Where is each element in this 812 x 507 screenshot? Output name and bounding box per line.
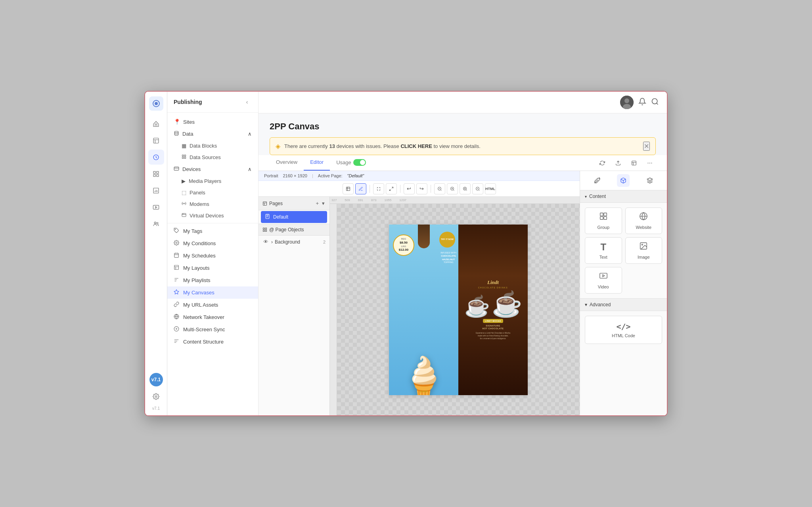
- content-item-video[interactable]: Video: [585, 267, 622, 294]
- sidebar-item-my-playlists[interactable]: My Playlists: [167, 274, 258, 286]
- transform-button[interactable]: [373, 183, 384, 194]
- sidebar-group-devices[interactable]: Devices ∧: [167, 163, 258, 175]
- html-code-icon: </>: [616, 322, 630, 331]
- sidebar-item-my-layouts[interactable]: My Layouts: [167, 262, 258, 274]
- svg-point-44: [463, 187, 466, 190]
- sidebar-item-data-sources[interactable]: Data Sources: [167, 152, 258, 163]
- sidebar-item-media-players[interactable]: ▶ Media Players: [167, 175, 258, 187]
- objects-panel-header: @ Page Objects: [259, 224, 329, 236]
- select-tool-button[interactable]: [343, 183, 354, 194]
- canvas-toolbar-center: ↩ ↪: [343, 183, 496, 194]
- html-view-button[interactable]: HTML: [485, 183, 496, 194]
- content-item-group[interactable]: Group: [585, 207, 622, 234]
- sidebar-collapse-button[interactable]: ‹: [242, 97, 252, 107]
- modems-icon: [182, 201, 186, 207]
- sidebar-item-my-schedules[interactable]: My Schedules: [167, 250, 258, 262]
- user-avatar-topbar[interactable]: [620, 96, 634, 109]
- svg-point-31: [652, 98, 657, 104]
- content-item-html-code[interactable]: </> HTML Code: [585, 316, 662, 344]
- canvas-scroll-area[interactable]: REG $8.50 LRG $12.00 TRY IT NOW: [337, 204, 580, 415]
- sidebar-item-my-canvases[interactable]: My Canvases: [167, 286, 258, 299]
- layers-button[interactable]: [643, 174, 656, 187]
- content-item-text[interactable]: T Text: [585, 237, 622, 264]
- sidebar-item-modems[interactable]: Modems: [167, 198, 258, 210]
- canvas-area-wrapper: REG $8.50 LRG $12.00 TRY IT NOW: [330, 204, 580, 415]
- zoom-reset-button[interactable]: [472, 183, 483, 194]
- alert-link[interactable]: CLICK HERE: [400, 143, 432, 149]
- sidebar-item-my-conditions[interactable]: My Conditions: [167, 237, 258, 250]
- notification-icon[interactable]: [638, 98, 646, 108]
- sidebar-item-virtual-devices[interactable]: Virtual Devices: [167, 210, 258, 221]
- zoom-fit-button[interactable]: [460, 183, 471, 194]
- multi-screen-sync-icon: [174, 326, 180, 333]
- sidebar-navigation: 📍 Sites Data ∧ ▦ Data Blocks: [167, 113, 258, 415]
- sidebar-title: Publishing: [174, 99, 202, 105]
- cube-button[interactable]: [617, 174, 630, 187]
- svg-point-22: [176, 242, 177, 244]
- nav-settings[interactable]: [148, 389, 164, 404]
- nav-canvas[interactable]: [148, 133, 164, 148]
- tab-editor[interactable]: Editor: [304, 155, 330, 171]
- sidebar-sub-label: Modems: [190, 201, 209, 207]
- sidebar-item-my-tags[interactable]: My Tags: [167, 225, 258, 237]
- panels-icon: ⬚: [182, 190, 186, 196]
- icon-bar: v7.1 v7.1: [145, 92, 167, 415]
- more-options-button[interactable]: ···: [644, 157, 656, 169]
- svg-rect-6: [153, 174, 155, 176]
- advanced-section-header[interactable]: ▾ Advanced: [580, 298, 667, 311]
- usage-toggle[interactable]: [353, 159, 366, 166]
- expand-icon: ›: [271, 239, 273, 245]
- alert-close-button[interactable]: ✕: [643, 142, 650, 151]
- content-item-website[interactable]: Website: [625, 207, 663, 234]
- object-row-background[interactable]: 👁 › Background 2: [259, 236, 329, 248]
- sidebar-item-label: Sites: [183, 119, 195, 125]
- sidebar-item-my-url-assets[interactable]: My URL Assets: [167, 299, 258, 311]
- user-avatar-sidebar[interactable]: v7.1: [149, 373, 163, 386]
- sidebar-item-network-takeover[interactable]: Network Takeover: [167, 311, 258, 323]
- svg-rect-4: [153, 171, 155, 173]
- top-bar: [259, 92, 667, 113]
- html-code-label: HTML Code: [612, 333, 635, 338]
- object-visibility-button[interactable]: 👁: [262, 238, 269, 246]
- sidebar-item-multi-screen-sync[interactable]: Multi-Screen Sync: [167, 323, 258, 336]
- content-item-image[interactable]: Image: [625, 237, 663, 264]
- draw-tool-button[interactable]: [355, 183, 366, 194]
- ruler-horizontal: 327 509 691 873 1055 1237: [330, 197, 580, 204]
- export-button[interactable]: [612, 157, 624, 169]
- svg-rect-59: [604, 213, 607, 216]
- pages-menu-button[interactable]: ▾: [321, 200, 326, 207]
- nav-publish[interactable]: [148, 150, 164, 165]
- svg-point-10: [154, 222, 156, 223]
- sidebar-item-content-structure[interactable]: Content Structure: [167, 336, 258, 348]
- nav-media[interactable]: [148, 200, 164, 215]
- sidebar-group-data[interactable]: Data ∧: [167, 128, 258, 140]
- share-button[interactable]: [628, 157, 640, 169]
- tab-usage[interactable]: Usage: [330, 155, 372, 171]
- zoom-out-button[interactable]: [434, 183, 445, 194]
- svg-rect-7: [157, 174, 159, 176]
- devices-chevron-icon: ∧: [248, 166, 252, 172]
- nav-reports[interactable]: [148, 183, 164, 198]
- undo-button[interactable]: ↩: [404, 183, 415, 194]
- sidebar-item-label: My Conditions: [183, 240, 216, 246]
- content-section-header[interactable]: ▾ Content: [580, 190, 667, 203]
- svg-point-45: [464, 188, 465, 189]
- nav-grid[interactable]: [148, 166, 164, 181]
- sidebar-item-panels[interactable]: ⬚ Panels: [167, 187, 258, 198]
- zoom-in-button[interactable]: [447, 183, 458, 194]
- nav-home[interactable]: [148, 116, 164, 131]
- sidebar-item-sites[interactable]: 📍 Sites: [167, 116, 258, 128]
- search-icon[interactable]: [651, 98, 659, 108]
- refresh-button[interactable]: [596, 157, 608, 169]
- svg-rect-18: [174, 167, 179, 170]
- sidebar-item-data-blocks[interactable]: ▦ Data Blocks: [167, 140, 258, 152]
- data-sources-icon: [182, 154, 186, 160]
- page-item-default[interactable]: Default: [261, 211, 327, 223]
- fullscreen-button[interactable]: [386, 183, 397, 194]
- nav-users[interactable]: [148, 216, 164, 231]
- paint-brush-button[interactable]: [591, 174, 603, 187]
- tab-overview[interactable]: Overview: [270, 155, 304, 171]
- add-page-button[interactable]: +: [315, 200, 320, 207]
- redo-button[interactable]: ↪: [416, 183, 427, 194]
- alert-banner: ◈ There are currently 13 devices with is…: [270, 137, 656, 155]
